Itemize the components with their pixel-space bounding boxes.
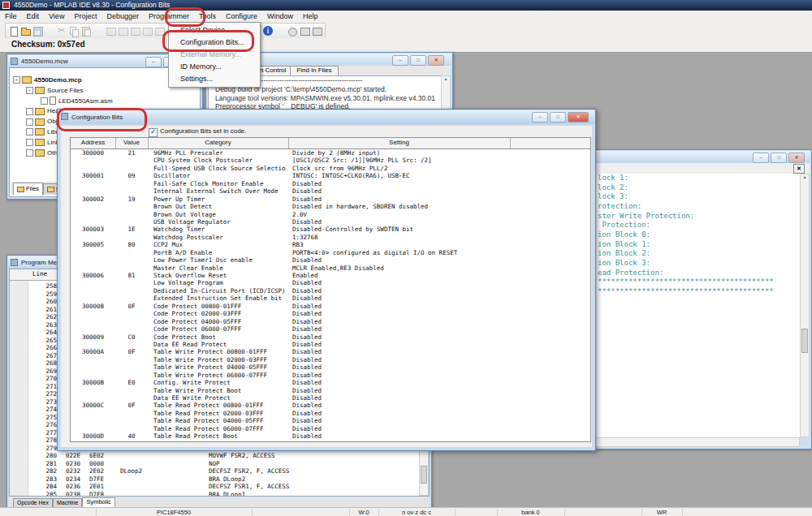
column-header-category[interactable]: Category xyxy=(148,139,288,146)
config-bit-row[interactable]: Full-Speed USB Clock Source SelectioCloc… xyxy=(71,165,590,172)
save-file-icon[interactable] xyxy=(32,26,43,37)
config-bit-row[interactable]: 3000002196MHz PLL PrescalerDivide by 2 (… xyxy=(71,149,590,157)
menu-item-Edit[interactable]: Edit xyxy=(22,11,45,22)
config-bit-row[interactable]: 30000A0FTable Write Protect 00800-01FFFD… xyxy=(71,348,590,355)
config-bit-row[interactable]: 30000D40Table Read Protect BootDisabled xyxy=(71,432,590,440)
find-icon[interactable] xyxy=(118,26,128,37)
config-bit-row[interactable]: Brown Out DetectDisabled in hardware, SB… xyxy=(71,203,590,210)
config-bit-row[interactable]: 30000C0FTable Read Protect 00800-01FFFDi… xyxy=(71,402,590,409)
config-bit-row[interactable]: Table Read Protect 06000-07FFFDisabled xyxy=(71,425,590,432)
expand-box-icon[interactable] xyxy=(41,97,48,105)
minimize-button[interactable]: – xyxy=(753,153,769,163)
config-bit-row[interactable]: Data EE Read ProtectDisabled xyxy=(71,341,590,348)
config-bit-row[interactable]: 300009C0Code Protect BootDisabled xyxy=(71,333,590,341)
menu-item-View[interactable]: View xyxy=(44,11,69,22)
config-bit-row[interactable]: Table Read Protect 04000-05FFFDisabled xyxy=(71,417,590,424)
chip-icon[interactable] xyxy=(300,26,310,37)
program-memory-row[interactable]: 2830234D7FEBRA DLoop2 xyxy=(10,475,419,484)
config-bit-row[interactable]: Extended Instruction Set Enable bitDisab… xyxy=(71,295,590,302)
menu-item-Configure[interactable]: Configure xyxy=(221,11,262,22)
minimize-button[interactable]: – xyxy=(392,55,408,66)
report-vertical-scrollbar[interactable]: ▲ xyxy=(800,174,810,437)
config-bit-row[interactable]: Table Read Protect 02000-03FFFDisabled xyxy=(71,410,590,417)
open-file-icon[interactable] xyxy=(20,26,31,37)
config-bit-row[interactable]: 3000080FCode Protect 00800-01FFFDisabled xyxy=(71,303,590,310)
expand-box-icon[interactable]: - xyxy=(26,87,33,94)
config-bit-row[interactable]: Code Protect 06000-07FFFDisabled xyxy=(71,325,590,333)
expand-box-icon[interactable] xyxy=(26,149,33,157)
info-icon[interactable] xyxy=(263,26,274,37)
config-bit-row[interactable]: 30000580CCP2 MuxRB3 xyxy=(71,241,590,248)
expand-box-icon[interactable] xyxy=(26,118,33,126)
expand-box-icon[interactable] xyxy=(26,108,33,115)
maximize-button[interactable]: □ xyxy=(550,112,566,123)
config-bit-row[interactable]: Fail-Safe Clock Monitor EnableDisabled xyxy=(71,180,590,187)
menu-item-Debugger[interactable]: Debugger xyxy=(102,11,144,22)
config-bit-row[interactable]: CPU System Clock Postscaler[OSC1/OSC2 Sr… xyxy=(71,157,590,164)
maximize-button[interactable]: □ xyxy=(410,55,426,66)
config-bit-row[interactable]: 3000031EWatchdog TimerDisabled-Controlle… xyxy=(71,226,590,233)
close-button[interactable]: ✕ xyxy=(788,153,805,163)
copy-icon[interactable] xyxy=(69,26,80,37)
config-bit-row[interactable]: 30000109OscillatorINTOSC: INTOSC+CLKO(RA… xyxy=(71,172,590,179)
close-button[interactable]: ✕ xyxy=(428,55,444,66)
config-bit-row[interactable]: Dedicated In-Circuit Port (ICD/ICSP)Disa… xyxy=(71,287,590,295)
program-memory-row[interactable]: 28402362E01DECFSZ FSR1, F, ACCESS xyxy=(10,483,419,491)
menu-item-ID Memory...[interactable]: ID Memory... xyxy=(169,61,260,73)
menu-item-Settings...[interactable]: Settings... xyxy=(169,73,260,85)
config-bit-row[interactable]: Low Voltage ProgramDisabled xyxy=(71,279,590,286)
scrollbar-thumb[interactable] xyxy=(801,329,808,353)
expand-box-icon[interactable] xyxy=(26,139,33,146)
expand-box-icon[interactable] xyxy=(26,128,33,135)
menu-item-Help[interactable]: Help xyxy=(298,11,323,22)
minimize-button[interactable]: – xyxy=(532,112,548,123)
config-bit-row[interactable]: Internal External Switch Over ModeDisabl… xyxy=(71,187,590,195)
menu-item-File[interactable]: File xyxy=(0,11,22,22)
config-bit-row[interactable]: USB Voltage RegulatorDisabled xyxy=(71,218,590,226)
print-icon[interactable] xyxy=(106,26,116,37)
config-bit-row[interactable]: Master Clear EnableMCLR Enabled,RE3 Disa… xyxy=(71,264,590,272)
column-header-address[interactable]: Address xyxy=(71,139,115,146)
config-bit-row[interactable]: Table Write Protect BootDisabled xyxy=(71,387,590,394)
tool-b-icon[interactable] xyxy=(142,26,153,37)
config-bit-row[interactable]: 30000BE0Config. Write ProtectDisabled xyxy=(71,379,590,386)
config-bit-row[interactable]: Data EE Write ProtectDisabled xyxy=(71,394,590,402)
expand-box-icon[interactable]: - xyxy=(13,76,20,84)
config-bit-row[interactable]: Table Write Protect 06000-07FFFDisabled xyxy=(71,372,590,379)
sep[interactable] xyxy=(93,26,104,37)
config-bit-row[interactable]: Code Protect 02000-03FFFDisabled xyxy=(71,310,590,317)
config-bit-row[interactable]: Table Write Protect 04000-05FFFDisabled xyxy=(71,363,590,371)
tree-item[interactable]: LED4550Asm.asm xyxy=(10,97,200,107)
program-memory-row[interactable]: 28102300000NOP xyxy=(10,460,419,468)
board-icon[interactable] xyxy=(312,26,322,37)
close-button[interactable]: ✕ xyxy=(568,112,589,123)
program-memory-row[interactable]: 28202322E02DLoop2DECFSZ FSR2, F, ACCESS xyxy=(10,467,419,475)
program-memory-row[interactable]: 2850238D7F8BRA DLoop1 xyxy=(10,491,419,497)
column-header-value[interactable]: Value xyxy=(115,139,148,146)
output-vertical-scrollbar[interactable]: ▲ xyxy=(441,75,451,111)
maximize-button[interactable]: □ xyxy=(771,153,787,163)
config-bit-row[interactable]: Table Write Protect 02000-03FFFDisabled xyxy=(71,356,590,363)
tab-Files[interactable]: Files xyxy=(13,183,43,195)
new-file-icon[interactable] xyxy=(8,26,19,37)
sep[interactable] xyxy=(45,26,55,37)
stopwatch-icon[interactable] xyxy=(287,26,298,37)
config-bit-row[interactable]: Watchdog Postscaler1:32768 xyxy=(71,234,590,241)
menu-item-Window[interactable]: Window xyxy=(262,11,298,22)
config-bit-row[interactable]: Brown Out Voltage2.0V xyxy=(71,211,590,218)
column-header-setting[interactable]: Setting xyxy=(288,139,510,146)
config-bit-row[interactable]: 30000681Stack Overflow ResetEnabled xyxy=(71,272,590,279)
config-bit-row[interactable]: PortB A/D EnablePORTB<4:0> configured as… xyxy=(71,249,590,256)
minimize-button[interactable]: – xyxy=(145,57,162,67)
close-pane-icon[interactable]: ✕ xyxy=(793,164,805,174)
tool-a-icon[interactable] xyxy=(130,26,140,37)
sep[interactable] xyxy=(275,26,286,37)
report-horizontal-scrollbar[interactable] xyxy=(571,437,800,447)
config-bits-in-code-checkbox[interactable]: ✓ xyxy=(149,128,158,137)
scrollbar-thumb[interactable] xyxy=(421,466,427,484)
program-memory-row[interactable]: 280022E6E02MOVWF FSR2, ACCESS xyxy=(10,452,419,460)
config-bit-row[interactable]: 30000219Power Up TimerDisabled xyxy=(71,196,590,203)
config-bit-row[interactable]: Low Power Timer1 Osc enableDisabled xyxy=(71,256,590,264)
config-bit-row[interactable]: Code Protect 04000-05FFFDisabled xyxy=(71,318,590,325)
cut-icon[interactable] xyxy=(57,26,67,37)
